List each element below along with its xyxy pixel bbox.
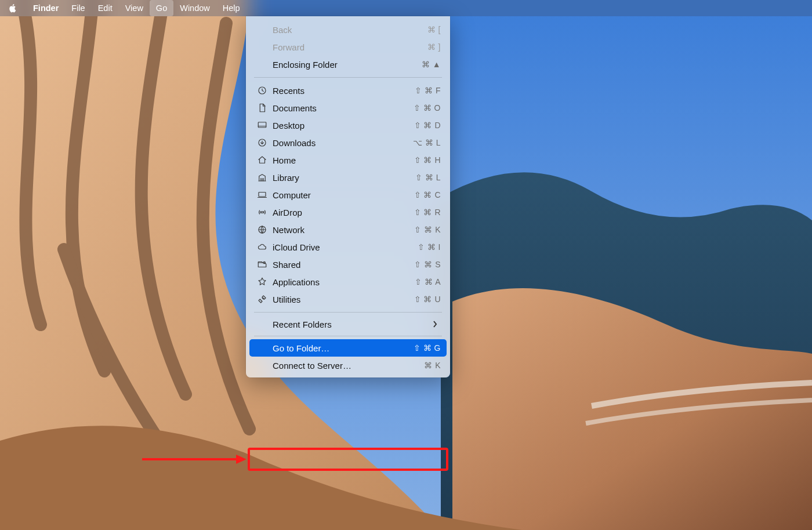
apps-icon	[254, 277, 270, 287]
menu-item-label: Recents	[270, 86, 415, 96]
menu-item-label: Home	[270, 155, 414, 165]
svg-rect-4	[259, 193, 266, 197]
menu-view[interactable]: View	[119, 0, 150, 16]
menu-item-label: AirDrop	[270, 208, 414, 217]
airdrop-icon	[254, 207, 270, 217]
home-icon	[254, 155, 270, 165]
menu-item-label: iCloud Drive	[270, 242, 418, 252]
menu-item-label: Forward	[270, 42, 427, 52]
menu-item-network[interactable]: Network⇧ ⌘ K	[249, 221, 447, 238]
menu-item-label: Enclosing Folder	[270, 60, 422, 70]
clock-icon	[254, 85, 270, 96]
menu-item-library[interactable]: Library⇧ ⌘ L	[249, 169, 447, 186]
shortcut-text: ⇧ ⌘ O	[414, 103, 441, 112]
shortcut-text: ⇧ ⌘ L	[415, 173, 441, 182]
network-icon	[254, 224, 270, 235]
menu-item-label: Connect to Server…	[270, 361, 424, 371]
download-icon	[254, 137, 270, 148]
menu-file[interactable]: File	[65, 0, 91, 16]
menu-item-label: Library	[270, 173, 415, 183]
menu-item-label: Network	[270, 225, 414, 235]
menu-item-applications[interactable]: Applications⇧ ⌘ A	[249, 273, 447, 291]
menu-item-enclosing-folder[interactable]: Enclosing Folder ⌘ ▲	[249, 56, 447, 73]
desktop-icon	[254, 120, 270, 130]
menu-bar: Finder File Edit View Go Window Help	[0, 0, 812, 16]
svg-rect-2	[258, 122, 266, 128]
apple-menu[interactable]	[8, 3, 17, 13]
menu-item-label: Recent Folders	[270, 320, 433, 329]
utilities-icon	[254, 294, 270, 304]
menu-item-label: Shared	[270, 260, 414, 270]
menu-item-label: Desktop	[270, 121, 414, 130]
menu-item-label: Documents	[270, 103, 414, 113]
shortcut-text: ⌥ ⌘ L	[413, 138, 441, 147]
menu-item-recents[interactable]: Recents⇧ ⌘ F	[249, 82, 447, 99]
shortcut-text: ⇧ ⌘ S	[414, 260, 441, 269]
shortcut-text: ⇧ ⌘ G	[414, 343, 441, 353]
shortcut-text: ⌘ K	[424, 361, 441, 370]
menu-separator	[254, 77, 442, 78]
shortcut-text: ⇧ ⌘ U	[414, 295, 441, 304]
cloud-icon	[254, 242, 270, 252]
menu-separator	[254, 336, 442, 336]
menu-item-home[interactable]: Home⇧ ⌘ H	[249, 151, 447, 169]
shortcut-text: ⇧ ⌘ C	[414, 190, 441, 199]
menu-item-label: Back	[270, 25, 427, 35]
menu-edit[interactable]: Edit	[92, 0, 119, 16]
library-icon	[254, 172, 270, 183]
menu-item-label: Go to Folder…	[270, 343, 414, 353]
go-menu-dropdown: Back ⌘ [ Forward ⌘ ] Enclosing Folder ⌘ …	[246, 16, 450, 377]
menu-item-go-to-folder[interactable]: Go to Folder… ⇧ ⌘ G	[249, 339, 447, 357]
shortcut-text: ⇧ ⌘ H	[414, 155, 441, 165]
shortcut-text: ⇧ ⌘ I	[418, 242, 441, 252]
menu-item-label: Downloads	[270, 138, 413, 148]
menu-help[interactable]: Help	[216, 0, 246, 16]
menu-item-downloads[interactable]: Downloads⌥ ⌘ L	[249, 134, 447, 151]
svg-point-5	[262, 212, 263, 213]
shortcut-text: ⇧ ⌘ D	[414, 121, 441, 130]
menu-item-shared[interactable]: Shared⇧ ⌘ S	[249, 256, 447, 273]
menu-item-computer[interactable]: Computer⇧ ⌘ C	[249, 186, 447, 204]
menu-finder[interactable]: Finder	[27, 0, 65, 16]
computer-icon	[254, 190, 270, 200]
shortcut-text: ⇧ ⌘ A	[415, 277, 441, 286]
menu-item-airdrop[interactable]: AirDrop⇧ ⌘ R	[249, 204, 447, 221]
document-icon	[254, 103, 270, 113]
menu-item-label: Applications	[270, 277, 415, 287]
shortcut-text: ⌘ [	[427, 25, 441, 34]
shortcut-text: ⇧ ⌘ F	[415, 86, 441, 95]
menu-item-forward: Forward ⌘ ]	[249, 38, 447, 56]
menu-go[interactable]: Go	[150, 0, 173, 16]
menu-item-documents[interactable]: Documents⇧ ⌘ O	[249, 99, 447, 117]
menu-item-icloud-drive[interactable]: iCloud Drive⇧ ⌘ I	[249, 238, 447, 256]
menu-item-desktop[interactable]: Desktop⇧ ⌘ D	[249, 117, 447, 134]
menu-item-label: Utilities	[270, 295, 414, 304]
shared-icon	[254, 259, 270, 270]
chevron-right-icon	[433, 321, 441, 328]
shortcut-text: ⌘ ▲	[422, 60, 441, 69]
menu-item-back: Back ⌘ [	[249, 21, 447, 38]
menu-item-utilities[interactable]: Utilities⇧ ⌘ U	[249, 291, 447, 308]
shortcut-text: ⌘ ]	[427, 42, 441, 52]
menu-item-recent-folders[interactable]: Recent Folders	[249, 315, 447, 333]
menu-separator	[254, 312, 442, 313]
shortcut-text: ⇧ ⌘ K	[414, 225, 441, 234]
menu-item-connect-to-server[interactable]: Connect to Server… ⌘ K	[249, 357, 447, 374]
menu-item-label: Computer	[270, 190, 414, 200]
shortcut-text: ⇧ ⌘ R	[414, 208, 441, 217]
menu-window[interactable]: Window	[173, 0, 216, 16]
